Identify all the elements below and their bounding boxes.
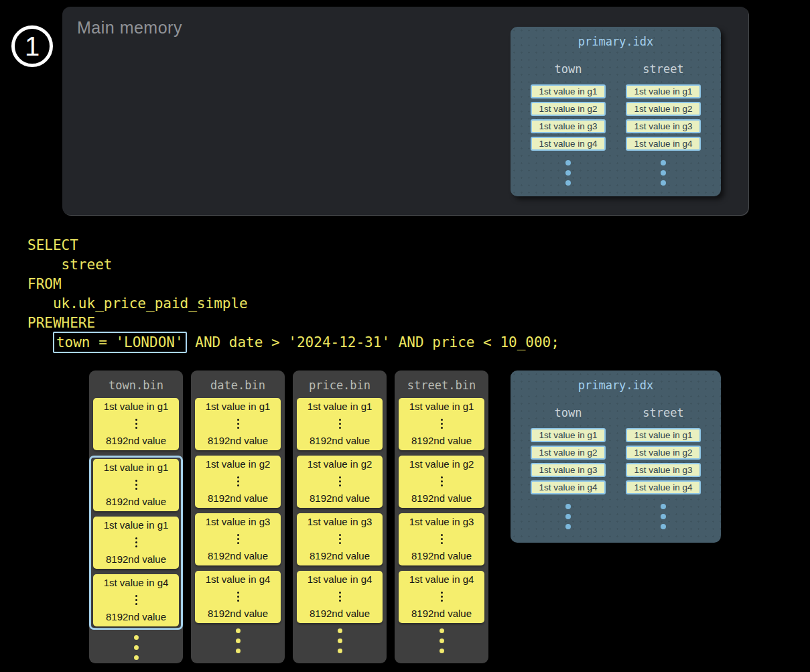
sql-line-prewhere-predicates: town = 'LONDON' AND date > '2024-12-31' … [27,333,559,352]
granule-bottom-label: 8192nd value [411,435,472,446]
granule-ellipsis-dot [237,480,239,482]
granule-ellipsis-dot [135,484,137,486]
ellipsis-dot [661,180,666,186]
ellipsis-dot [565,514,571,519]
granule-area: 1st value in g18192nd value1st value in … [191,398,285,623]
index-entry-chip: 1st value in g1 [531,84,606,98]
granule-ellipsis-dot [441,419,443,421]
ellipsis-dot [661,170,666,176]
bin-columns: town.bin1st value in g18192nd value1st v… [89,371,488,663]
sql-line: FROM [27,275,559,294]
granule-bottom-label: 8192nd value [208,608,268,619]
bin-ellipsis-dot [236,639,241,643]
granule-bottom-label: 8192nd value [208,550,268,561]
granule-ellipsis [441,532,443,546]
bin-ellipsis-dot [440,639,444,643]
bin-ellipsis-dot [134,645,139,650]
granule-ellipsis-dot [441,600,443,602]
granule-ellipsis-dot [135,423,137,425]
index-column-header: town [555,406,582,419]
bin-column-title: town.bin [89,371,183,392]
granule-block: 1st value in g48192nd value [297,571,383,623]
ellipsis-dots [661,504,666,534]
granule-ellipsis [441,590,443,604]
granule-area: 1st value in g18192nd value1st value in … [395,398,488,623]
granule-bottom-label: 8192nd value [411,608,472,619]
bin-ellipsis-dot [338,628,342,633]
granule-top-label: 1st value in g1 [104,462,169,473]
granule-ellipsis-dot [441,480,443,482]
granule-ellipsis-dot [135,545,137,547]
index-entry-chip: 1st value in g4 [531,480,606,494]
granule-ellipsis-dot [339,538,341,540]
granule-ellipsis-dot [237,534,239,536]
ellipsis-dot [565,504,571,509]
granule-block: 1st value in g48192nd value [93,574,179,626]
index-entry-chip: 1st value in g2 [626,102,701,116]
main-memory-panel: Main memory primary.idx town1st value in… [62,7,748,215]
granule-block: 1st value in g38192nd value [399,513,484,565]
index-column: town1st value in g11st value in g21st va… [531,48,606,190]
granule-ellipsis-dot [135,480,137,482]
granule-block: 1st value in g48192nd value [195,571,281,623]
granule-block: 1st value in g38192nd value [297,513,383,565]
granule-ellipsis-dot [237,538,239,540]
granule-ellipsis [339,532,341,546]
granule-bottom-label: 8192nd value [208,435,268,446]
index-column-header: street [643,62,683,76]
granule-ellipsis-dot [135,599,137,601]
prewhere-predicate-highlight: town = 'LONDON' [53,332,187,353]
bin-ellipsis-dot [338,639,342,643]
granule-ellipsis [441,474,443,488]
granule-ellipsis-dot [339,484,341,486]
granule-ellipsis-dot [237,427,239,429]
granule-top-label: 1st value in g1 [206,401,271,412]
index-entry-chip: 1st value in g3 [531,463,606,477]
ellipsis-dots [661,160,666,190]
index-entry-chip: 1st value in g2 [531,102,606,116]
index-entry-chip: 1st value in g4 [531,137,606,151]
granule-top-label: 1st value in g3 [308,516,373,527]
ellipsis-dot [565,170,571,176]
granule-ellipsis [135,417,137,431]
granule-ellipsis-dot [237,476,239,478]
granule-ellipsis-dot [237,592,239,594]
bin-ellipsis-dots [89,635,183,660]
granule-ellipsis [339,590,341,604]
granule-block: 1st value in g28192nd value [399,456,484,508]
sql-line: PREWHERE [27,314,559,333]
granule-ellipsis-dot [237,423,239,425]
bin-ellipsis-dots [293,628,387,653]
sql-query: SELECT streetFROM uk.uk_price_paid_simpl… [27,236,559,352]
granule-ellipsis [237,532,239,546]
bin-ellipsis-dots [191,628,285,653]
granule-block: 1st value in g18192nd value [297,398,383,450]
granule-ellipsis-dot [237,600,239,602]
granule-bottom-label: 8192nd value [310,608,370,619]
selected-granules-highlight: 1st value in g18192nd value1st value in … [89,456,183,630]
granule-ellipsis-dot [441,427,443,429]
bin-ellipsis-dot [338,649,342,653]
granule-ellipsis-dot [339,600,341,602]
ellipsis-dot [565,524,571,529]
granule-ellipsis-dot [339,427,341,429]
granule-ellipsis-dot [339,542,341,544]
bin-column-title: date.bin [191,371,285,392]
granule-ellipsis-dot [135,603,137,605]
bin-ellipsis-dot [134,635,139,640]
bin-column-title: price.bin [293,371,387,392]
ellipsis-dots [565,160,571,190]
bin-ellipsis-dots [395,628,488,653]
granule-top-label: 1st value in g1 [104,401,169,412]
granule-ellipsis [135,593,137,607]
granule-ellipsis-dot [441,596,443,598]
granule-ellipsis [441,417,443,431]
main-memory-title: Main memory [77,18,182,38]
granule-ellipsis [237,417,239,431]
index-entry-chip: 1st value in g4 [626,137,701,151]
index-entry-chip: 1st value in g1 [626,84,701,98]
ellipsis-dot [661,524,666,529]
granule-block: 1st value in g28192nd value [297,456,383,508]
granule-top-label: 1st value in g4 [104,577,169,588]
granule-bottom-label: 8192nd value [106,496,166,507]
